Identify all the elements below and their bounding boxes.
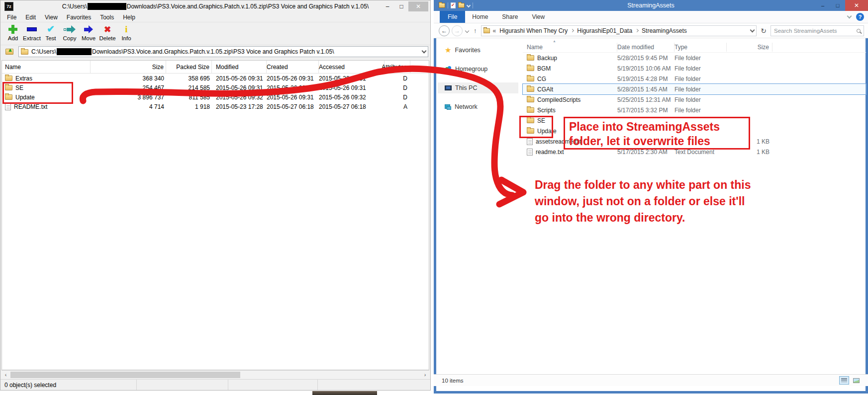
tab-view[interactable]: View (525, 11, 552, 22)
breadcrumb-item[interactable]: HigurashiEp01_Data (577, 27, 632, 34)
forward-button[interactable]: → (452, 25, 463, 36)
annotation-note-place: Place into StreamingAssets folder, let i… (564, 117, 750, 150)
horizontal-scrollbar[interactable]: ‹ › (1, 370, 429, 379)
explorer-titlebar: StreamingAssets – □ ✕ (434, 0, 868, 11)
chevron-down-icon[interactable] (467, 3, 471, 7)
up-directory-button[interactable]: ▲ (3, 46, 15, 57)
folder-icon (527, 97, 534, 102)
tab-home[interactable]: Home (465, 11, 495, 22)
scroll-right-arrow[interactable]: › (421, 372, 429, 378)
quick-access-toolbar (434, 2, 473, 8)
folder-icon (21, 49, 28, 55)
breadcrumb-item[interactable]: StreamingAssets (642, 27, 687, 34)
breadcrumb-separator-icon (571, 29, 574, 32)
column-header-size[interactable]: Size (91, 61, 166, 73)
folder-icon (483, 28, 490, 33)
move-button[interactable]: Move (79, 24, 98, 41)
annotation-line: folder, let it overwrite files (569, 134, 745, 149)
details-view-button[interactable] (839, 376, 849, 385)
column-header-attributes[interactable]: Attributes (385, 61, 410, 73)
scroll-left-arrow[interactable]: ‹ (1, 372, 10, 378)
sidebar-item-favorites[interactable]: ★ Favorites (438, 45, 518, 56)
folder-icon (527, 66, 534, 71)
minimize-button[interactable]: – (815, 0, 830, 11)
address-dropdown-icon[interactable] (750, 27, 755, 32)
test-icon: ✔ (47, 24, 55, 34)
up-button[interactable]: ↑ (472, 27, 479, 34)
column-header-accessed[interactable]: Accessed (319, 61, 385, 73)
large-icons-view-button[interactable] (851, 376, 861, 385)
column-header-name[interactable]: Name (523, 43, 617, 52)
menu-view[interactable]: View (40, 13, 62, 22)
ribbon-collapse-icon[interactable] (847, 14, 852, 19)
list-item[interactable]: Scripts 5/17/2015 3:32 PM File folder (523, 105, 866, 115)
column-header-date-modified[interactable]: Date modified (617, 43, 675, 52)
info-button[interactable]: i Info (117, 24, 136, 41)
text-file-icon (527, 149, 533, 156)
sevenzip-menubar: File Edit View Favorites Tools Help (0, 12, 430, 22)
list-header: Name Size Packed Size Modified Created A… (2, 61, 429, 74)
menu-help[interactable]: Help (118, 13, 140, 22)
annotation-line: go into the wrong directory. (535, 210, 751, 226)
column-header-type[interactable]: Type (675, 43, 727, 52)
help-icon[interactable]: ? (856, 13, 864, 21)
sidebar-item-network[interactable]: Network (438, 101, 518, 112)
maximize-button[interactable]: □ (830, 0, 845, 11)
folder-icon (527, 86, 534, 92)
tab-file[interactable]: File (440, 11, 465, 23)
sidebar-item-homegroup[interactable]: Homegroup (438, 64, 518, 75)
history-dropdown-icon[interactable] (465, 28, 469, 32)
chevron-down-icon[interactable] (422, 49, 427, 54)
annotation-line: Drag the folder to any white part on thi… (535, 177, 751, 193)
search-icon (857, 29, 861, 33)
breadcrumb[interactable]: « Higurashi When They Cry HigurashiEp01_… (481, 25, 757, 36)
close-button[interactable]: ✕ (845, 0, 868, 11)
text-file-icon (5, 103, 11, 110)
list-item[interactable]: BGM 5/19/2015 10:06 AM File folder (523, 63, 866, 74)
screenshot-canvas: 7z C:\Users\Downloads\PS3.Voice.and.Grap… (0, 0, 868, 395)
column-header-name[interactable]: Name (2, 61, 91, 73)
annotation-note-drag: Drag the folder to any white part on thi… (535, 177, 751, 226)
annotation-line: window, just not on a folder or else it'… (535, 193, 751, 210)
menu-tools[interactable]: Tools (96, 13, 118, 22)
column-header-modified[interactable]: Modified (212, 61, 267, 73)
folder-icon[interactable] (439, 3, 445, 8)
extract-button[interactable]: Extract (22, 24, 41, 41)
search-placeholder: Search StreamingAssets (774, 28, 837, 34)
minimize-button[interactable]: – (381, 1, 394, 11)
list-item[interactable]: Backup 5/28/2015 9:45 PM File folder (523, 53, 866, 63)
folder-up-icon: ▲ (5, 49, 13, 55)
scrollbar-thumb[interactable] (10, 372, 240, 378)
add-button[interactable]: Add (3, 24, 22, 41)
address-combobox[interactable]: C:\Users\Downloads\PS3.Voice.and.Graphic… (18, 46, 428, 57)
breadcrumb-collapse[interactable]: « (493, 27, 496, 34)
menu-favorites[interactable]: Favorites (62, 13, 96, 22)
back-button[interactable]: ← (439, 25, 450, 36)
list-header: ▲ Name Date modified Type Size (523, 42, 866, 53)
annotation-box-right-se-update (519, 116, 553, 138)
redaction-box (57, 48, 92, 55)
new-folder-icon[interactable] (458, 3, 465, 8)
properties-check-icon[interactable] (451, 2, 456, 8)
menu-file[interactable]: File (2, 13, 21, 22)
list-item-selected[interactable]: CGAlt 5/28/2015 1:45 AM File folder (523, 84, 866, 94)
sidebar-item-this-pc[interactable]: This PC (438, 82, 518, 93)
maximize-button[interactable]: □ (394, 1, 408, 11)
list-item[interactable]: CompiledScripts 5/25/2015 12:31 AM File … (523, 94, 866, 105)
column-header-size[interactable]: Size (727, 43, 772, 52)
column-header-created[interactable]: Created (267, 61, 319, 73)
column-header-packed-size[interactable]: Packed Size (166, 61, 212, 73)
menu-edit[interactable]: Edit (21, 13, 40, 22)
copy-button[interactable]: Copy (60, 24, 79, 41)
star-icon: ★ (445, 47, 451, 54)
list-item[interactable]: CG 5/19/2015 4:28 PM File folder (523, 74, 866, 84)
search-input[interactable]: Search StreamingAssets (771, 25, 864, 36)
tab-share[interactable]: Share (495, 11, 525, 22)
explorer-address-row: ← → ↑ « Higurashi When They Cry Higurash… (434, 23, 868, 38)
refresh-button[interactable]: ↻ (759, 27, 769, 35)
sevenzip-titlebar: 7z C:\Users\Downloads\PS3.Voice.and.Grap… (0, 0, 430, 12)
test-button[interactable]: ✔ Test (41, 24, 60, 41)
delete-button[interactable]: ✖ Delete (98, 24, 117, 41)
close-button[interactable]: ✕ (408, 1, 428, 11)
breadcrumb-item[interactable]: Higurashi When They Cry (499, 27, 568, 34)
